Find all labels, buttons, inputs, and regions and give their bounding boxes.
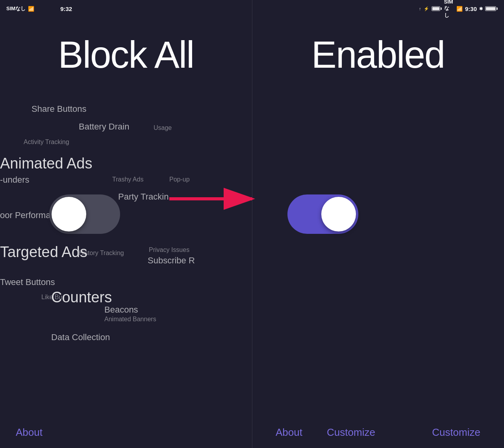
word-subscribe: Subscribe R	[148, 255, 195, 266]
customize-button-right[interactable]: Customize	[432, 426, 480, 439]
bottom-nav: About About Customize Customize	[0, 417, 504, 448]
status-left: SIMなし 📶 9:32	[6, 5, 85, 12]
left-title: Block All	[0, 33, 252, 76]
word-privacy-issues: Privacy Issues	[149, 246, 189, 254]
word-counters: Counters	[51, 289, 112, 306]
customize-button-left[interactable]: Customize	[327, 426, 375, 439]
time-right: 9:30	[465, 6, 477, 12]
location-icon: ↑	[419, 6, 421, 11]
word-cloud-left: Share Buttons Battery Drain Usage Activi…	[0, 17, 252, 448]
about-button-left[interactable]: About	[16, 426, 43, 439]
nav-left: About	[0, 426, 252, 439]
word-data-collection: Data Collection	[51, 332, 110, 342]
bt-icon-right2: ✱	[479, 6, 483, 11]
word-party-tracking: Party Trackin	[118, 192, 169, 202]
word-targeted-ads: Targeted Ads	[0, 244, 87, 261]
toggle-off[interactable]	[49, 194, 120, 234]
word-unders: -unders	[0, 175, 30, 185]
time-left: 9:32	[60, 6, 72, 12]
right-panel: Enabled	[252, 17, 504, 448]
sim-right: SIMなし	[444, 0, 454, 19]
bt-icon-right: ⚡	[424, 6, 429, 11]
word-battery-drain: Battery Drain	[79, 122, 129, 132]
word-usage: Usage	[154, 124, 172, 131]
sim-left: SIMなし	[6, 5, 26, 12]
toggle-off-knob	[52, 197, 86, 231]
wifi-icon-right: 📶	[456, 6, 463, 12]
right-title: Enabled	[252, 33, 504, 76]
wifi-icon-left: 📶	[28, 6, 34, 12]
toggle-on[interactable]	[287, 194, 358, 234]
status-bar: SIMなし 📶 9:32 ↑ ⚡ SIMなし 📶 9:30 ✱	[0, 0, 504, 17]
word-animated-banners: Animated Banners	[104, 316, 156, 323]
battery-right	[432, 6, 442, 11]
about-button-right[interactable]: About	[276, 426, 302, 439]
status-right: ↑ ⚡ SIMなし 📶 9:30 ✱	[419, 0, 498, 19]
word-animated-ads: Animated Ads	[0, 155, 92, 172]
word-history-tracking: History Tracking	[79, 250, 124, 257]
arrow-container	[165, 183, 260, 216]
nav-right: About Customize Customize	[252, 426, 504, 439]
arrow-svg	[165, 183, 260, 215]
word-beacons: Beacons	[104, 305, 138, 315]
word-like-buttons: Like Bu	[41, 294, 62, 301]
left-panel: Block All Share Buttons Battery Drain Us…	[0, 17, 252, 448]
word-trashy-ads: Trashy Ads	[112, 176, 143, 183]
battery-right2	[485, 6, 498, 11]
word-share-buttons: Share Buttons	[32, 104, 86, 114]
toggle-on-knob	[321, 197, 356, 231]
word-tweet-buttons: Tweet Buttons	[0, 277, 55, 287]
word-popups: Pop-up	[169, 176, 190, 183]
word-activity-tracking: Activity Tracking	[24, 139, 69, 146]
